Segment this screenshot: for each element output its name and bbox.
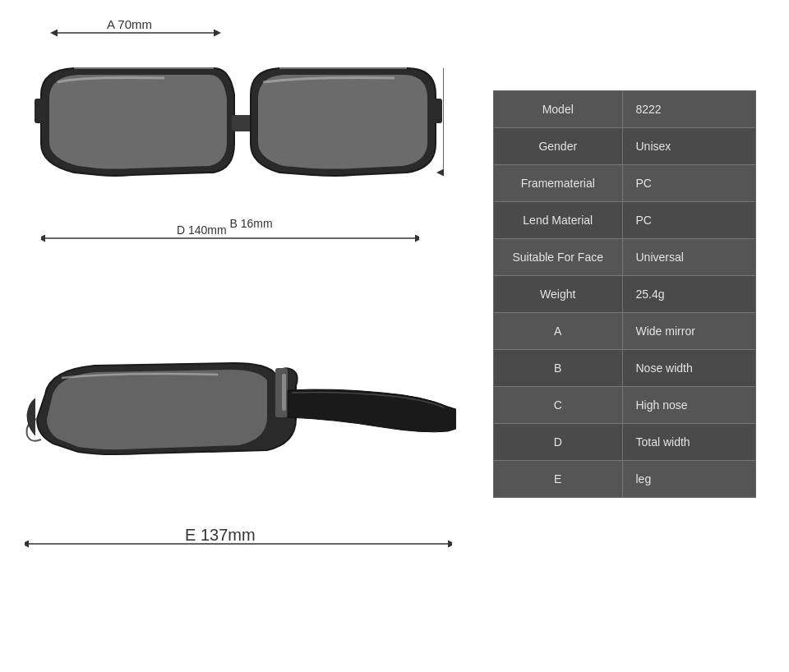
top-glasses-section: A 70mm [25, 16, 452, 296]
spec-row: AWide mirror [494, 313, 755, 350]
svg-text:D 140mm: D 140mm [177, 223, 227, 237]
glasses-front-svg: C44mm [33, 53, 444, 209]
spec-value: Total width [623, 424, 756, 460]
spec-value: PC [623, 165, 756, 201]
spec-label: Weight [494, 276, 623, 312]
measurement-a-arrow: A 70mm [33, 16, 460, 58]
spec-label: B [494, 350, 623, 386]
spec-value: 25.4g [623, 276, 756, 312]
left-panel: A 70mm [0, 0, 477, 672]
spec-label: E [494, 461, 623, 497]
glasses-side-svg [21, 345, 456, 534]
spec-row: Eleg [494, 461, 755, 497]
spec-value: Nose width [623, 350, 756, 386]
spec-row: Suitable For FaceUniversal [494, 239, 755, 276]
spec-row: FramematerialPC [494, 165, 755, 202]
right-panel: Model8222GenderUnisexFramematerialPCLend… [477, 0, 773, 672]
spec-value: Wide mirror [623, 313, 756, 349]
spec-value: 8222 [623, 91, 756, 127]
bottom-glasses-section: E 137mm [16, 345, 460, 624]
svg-rect-10 [282, 374, 286, 411]
spec-label: Framematerial [494, 165, 623, 201]
spec-row: Weight25.4g [494, 276, 755, 313]
spec-label: Model [494, 91, 623, 127]
measurement-e-arrow: E 137mm [25, 526, 452, 563]
spec-label: A [494, 313, 623, 349]
svg-text:A 70mm: A 70mm [107, 17, 152, 31]
spec-value: leg [623, 461, 756, 497]
svg-rect-4 [432, 99, 442, 123]
spec-label: Gender [494, 128, 623, 164]
spec-row: GenderUnisex [494, 128, 755, 165]
spec-row: Lend MaterialPC [494, 202, 755, 239]
spec-row: CHigh nose [494, 387, 755, 424]
spec-label: Lend Material [494, 202, 623, 238]
spec-value: Unisex [623, 128, 756, 164]
spec-label: D [494, 424, 623, 460]
measurement-d-arrow: D 140mm [41, 222, 419, 255]
main-container: A 70mm [0, 0, 789, 672]
svg-rect-3 [35, 99, 44, 123]
spec-label: Suitable For Face [494, 239, 623, 275]
spec-row: Model8222 [494, 91, 755, 128]
spec-value: High nose [623, 387, 756, 423]
spec-row: DTotal width [494, 424, 755, 461]
spec-row: BNose width [494, 350, 755, 387]
spec-value: Universal [623, 239, 756, 275]
specs-table: Model8222GenderUnisexFramematerialPCLend… [493, 90, 756, 498]
spec-label: C [494, 387, 623, 423]
spec-value: PC [623, 202, 756, 238]
svg-text:E 137mm: E 137mm [185, 526, 256, 544]
